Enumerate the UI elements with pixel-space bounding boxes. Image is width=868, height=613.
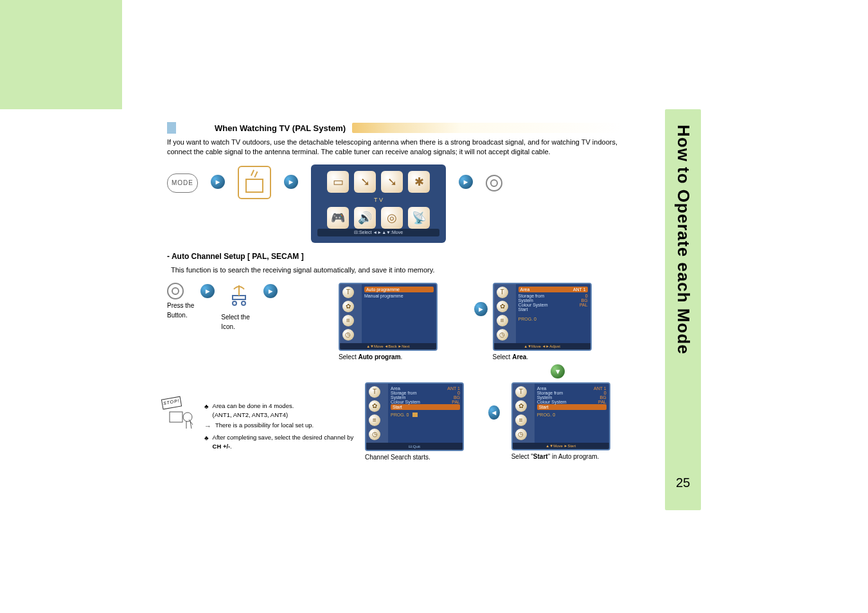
arrow-bullet-icon: [204, 421, 211, 432]
side-tab-title: How to Operate each Mode: [673, 125, 693, 355]
content: When Watching TV (PAL System) If you wan…: [167, 122, 623, 461]
auto-setup-row-1: Press the Button. Select the: [167, 283, 623, 378]
install-icon: T: [497, 287, 508, 298]
osd-auto-program: T ✿ ≡ ◷ Auto programme Manual programme …: [339, 283, 438, 351]
svg-point-3: [242, 301, 245, 305]
side-tab: How to Operate each Mode: [665, 109, 701, 510]
osd2-caption: Select Area.: [493, 353, 623, 360]
arrow-right-icon: [459, 175, 473, 189]
menu-mode-label: T V: [317, 197, 439, 203]
osd4-footer: ⊟:Quit: [366, 443, 463, 450]
tv-mode-icon: [238, 166, 271, 199]
section-title: When Watching TV (PAL System): [215, 123, 346, 133]
note-lines: Area can be done in 4 modes. (ANT1, ANT2…: [204, 402, 360, 453]
time-icon: ◷: [369, 429, 380, 440]
press-label-2: Button.: [167, 312, 194, 319]
setup-icon: [225, 283, 253, 311]
menu-row-1: ▭ ➘ ➘ ✱: [317, 171, 439, 193]
select-label-1: Select the: [221, 314, 257, 321]
main-menu-panel: ▭ ➘ ➘ ✱ T V 🎮 🔊 ◎ 📡 ⊟:Select ◄►▲▼:Move: [311, 164, 446, 243]
select-label-2: Icon.: [221, 323, 257, 330]
sound-icon: ≡: [497, 315, 508, 326]
arrow-right-icon: [200, 284, 215, 298]
install-icon: T: [369, 386, 380, 398]
time-icon: ◷: [342, 329, 354, 341]
time-icon: ◷: [497, 329, 508, 341]
mode-button: MODE: [167, 173, 198, 193]
camera-icon: ◎: [381, 207, 403, 229]
audio-icon: 🔊: [354, 207, 376, 229]
picture-icon: ✿: [497, 301, 508, 312]
svg-point-2: [233, 301, 236, 305]
svg-point-5: [183, 413, 192, 422]
menu-row-2: 🎮 🔊 ◎ 📡: [317, 207, 439, 229]
manual-page: How to Operate each Mode 25 When Watchin…: [0, 0, 868, 613]
install-icon: T: [342, 287, 354, 298]
osd1-line: Manual programme: [364, 294, 434, 298]
osd2-footer: ▲▼Move ◄►Adjust: [494, 343, 590, 350]
arrow-right-icon: [284, 175, 298, 189]
top-left-green-block: [0, 0, 122, 109]
osd-search: T ✿ ≡ ◷ AreaANT 1 Storage from0 SystemBG…: [365, 382, 464, 451]
time-icon: ◷: [515, 429, 527, 440]
osd4-caption: Channel Search starts.: [365, 454, 477, 461]
svg-rect-0: [233, 296, 245, 299]
osd-area: T ✿ ≡ ◷ AreaANT 1 Storage from0 SystemBG…: [493, 283, 592, 351]
page-number: 25: [669, 475, 697, 490]
osd1-highlight: Auto programme: [366, 287, 400, 292]
star-icon: ✱: [408, 171, 430, 193]
subsection-title: - Auto Channel Setup [ PAL, SECAM ]: [167, 252, 623, 261]
sound-icon: ≡: [342, 315, 354, 326]
intro-paragraph: If you want to watch TV outdoors, use th…: [167, 138, 623, 157]
osd-start: T ✿ ≡ ◷ AreaANT 1 Storage from0 SystemBG…: [511, 382, 610, 450]
step-row-top: MODE ▭ ➘ ➘ ✱ T V 🎮 🔊 ◎ 📡 ⊟:Select ◄: [167, 164, 623, 243]
osd3-footer: ▲▼Move ►Start: [513, 443, 609, 449]
enter-button-icon: [167, 283, 184, 299]
osd3-caption: Select "Start" in Auto program.: [511, 453, 623, 460]
arrow-left-icon: [488, 405, 499, 420]
svg-rect-4: [170, 412, 182, 422]
osd1-caption: Select Auto program.: [339, 353, 469, 360]
progress-bar: [412, 413, 418, 417]
section-heading-bar: When Watching TV (PAL System): [167, 122, 623, 134]
input2-icon: ➘: [381, 171, 403, 193]
picture-icon: ✿: [342, 301, 354, 312]
stop-illustration: STOP!: [167, 402, 199, 427]
enter-button-icon: [486, 175, 502, 191]
club-bullet-icon: [204, 433, 209, 443]
picture-icon: ✿: [369, 400, 380, 412]
tv-icon: ▭: [327, 171, 349, 193]
note1-line1: Area can be done in 4 modes.: [213, 402, 294, 409]
note-box: STOP! Area can be done in 4 modes. (ANT1…: [167, 402, 360, 453]
picture-icon: ✿: [515, 400, 527, 412]
heading-gradient: [352, 123, 623, 133]
menu-footer: ⊟:Select ◄►▲▼:Move: [317, 229, 439, 236]
press-label-1: Press the: [167, 302, 194, 309]
arrow-right-icon: [474, 302, 487, 316]
input1-icon: ➘: [354, 171, 376, 193]
game-icon: 🎮: [327, 207, 349, 229]
antenna-icon: 📡: [408, 207, 430, 229]
sound-icon: ≡: [369, 414, 380, 426]
subsection-desc: This function is to search the receiving…: [171, 266, 623, 274]
note2: There is a possibility for local set up.: [215, 421, 314, 430]
osd1-footer: ▲▼Move ◄Back ►Next: [340, 343, 436, 350]
install-icon: T: [515, 386, 527, 398]
club-bullet-icon: [204, 402, 209, 411]
heading-marker: [167, 122, 176, 134]
arrow-right-icon: [211, 175, 225, 189]
arrow-down-icon: [551, 364, 565, 378]
auto-setup-row-2: STOP! Area can be done in 4 modes. (ANT1…: [167, 382, 623, 461]
sound-icon: ≡: [515, 414, 527, 426]
note1-line2: (ANT1, ANT2, ANT3, ANT4): [213, 411, 288, 418]
arrow-right-icon: [263, 284, 278, 298]
